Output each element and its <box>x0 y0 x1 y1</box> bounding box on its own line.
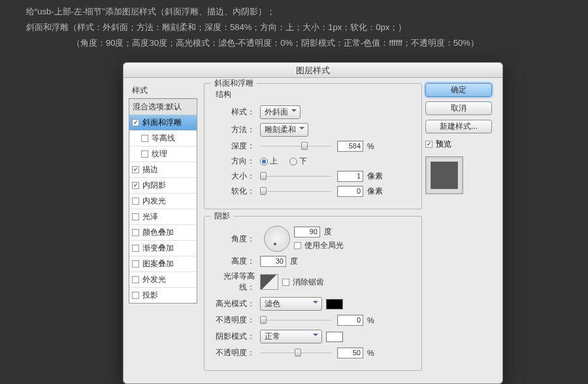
checkbox-icon[interactable] <box>132 198 139 205</box>
bevel-fieldset: 斜面和浮雕 结构 样式：外斜面 方法：雕刻柔和 深度：584% 方向：上下 大小… <box>204 83 422 209</box>
checkbox-icon[interactable] <box>132 213 139 220</box>
highlight-mode-select[interactable]: 滤色 <box>260 297 322 311</box>
checkbox-icon[interactable] <box>141 150 148 158</box>
checkbox-icon[interactable] <box>132 182 139 189</box>
sidebar-item[interactable]: 图案叠加 <box>129 256 197 272</box>
sidebar-item[interactable]: 颜色叠加 <box>129 225 197 241</box>
sidebar-item[interactable]: 投影 <box>129 288 197 303</box>
antialias-checkbox[interactable] <box>282 279 289 286</box>
sidebar-item[interactable]: 描边 <box>129 162 197 178</box>
ok-button[interactable]: 确定 <box>425 83 492 97</box>
depth-input[interactable]: 584 <box>337 141 363 152</box>
sidebar-item-label: 光泽 <box>142 211 158 222</box>
shading-fieldset: 阴影 角度： 90度 使用全局光 高度：30度 光泽等高线：消除锯齿 高光模式：… <box>204 216 422 371</box>
shadow-mode-select[interactable]: 正常 <box>260 330 322 343</box>
sidebar-item-label: 颜色叠加 <box>142 227 174 238</box>
sidebar-item-label: 渐变叠加 <box>142 243 174 254</box>
description-text: 给“usb-上部-左-细节”添加图层样式（斜面浮雕、描边、内阴影）； 斜面和浮雕… <box>0 0 588 51</box>
size-input[interactable]: 1 <box>337 171 363 182</box>
sidebar-item[interactable]: 渐变叠加 <box>129 241 197 256</box>
soften-input[interactable]: 0 <box>337 186 363 197</box>
checkbox-icon[interactable] <box>132 229 139 236</box>
checkbox-icon[interactable] <box>132 292 139 299</box>
structure-label: 结构 <box>212 89 414 100</box>
sh-opacity-slider[interactable] <box>260 348 332 358</box>
sidebar-item[interactable]: 内阴影 <box>129 178 197 194</box>
shadow-color-swatch[interactable] <box>326 332 343 342</box>
sidebar-item-label: 内阴影 <box>142 180 166 191</box>
sidebar-item-label: 斜面和浮雕 <box>142 117 182 128</box>
shading-legend: 阴影 <box>211 211 233 222</box>
sidebar-item-label: 图案叠加 <box>142 258 174 270</box>
bevel-legend: 斜面和浮雕 <box>211 78 257 89</box>
sidebar-item-label: 描边 <box>142 164 158 175</box>
depth-slider[interactable] <box>260 141 332 152</box>
sidebar-item[interactable]: 光泽 <box>129 209 197 225</box>
sidebar-item[interactable]: 内发光 <box>129 194 197 209</box>
hl-opacity-slider[interactable] <box>260 315 332 326</box>
sidebar-item[interactable]: 外发光 <box>129 272 197 288</box>
sh-opacity-input[interactable]: 50 <box>337 347 363 358</box>
altitude-input[interactable]: 30 <box>260 256 286 267</box>
sidebar-list: 混合选项:默认 斜面和浮雕等高线纹理描边内阴影内发光光泽颜色叠加渐变叠加图案叠加… <box>129 98 197 304</box>
global-light-checkbox[interactable] <box>294 242 301 249</box>
checkbox-icon[interactable] <box>132 166 139 173</box>
soften-slider[interactable] <box>260 186 332 197</box>
dir-up-radio[interactable] <box>260 158 268 166</box>
dir-down-radio[interactable] <box>289 158 297 166</box>
layer-style-dialog: 图层样式 样式 混合选项:默认 斜面和浮雕等高线纹理描边内阴影内发光光泽颜色叠加… <box>123 62 503 384</box>
angle-input[interactable]: 90 <box>294 226 320 237</box>
angle-dial[interactable] <box>264 226 290 252</box>
technique-select[interactable]: 雕刻柔和 <box>260 123 308 137</box>
sidebar-item-label: 等高线 <box>152 133 175 144</box>
checkbox-icon[interactable] <box>132 245 139 252</box>
highlight-color-swatch[interactable] <box>326 299 343 309</box>
checkbox-icon[interactable] <box>132 276 139 283</box>
sidebar-item-label: 外发光 <box>142 274 166 285</box>
dialog-title: 图层样式 <box>123 63 502 78</box>
settings-panel: 斜面和浮雕 结构 样式：外斜面 方法：雕刻柔和 深度：584% 方向：上下 大小… <box>197 83 422 377</box>
sidebar-item[interactable]: 纹理 <box>129 147 197 162</box>
sidebar-item-label: 投影 <box>142 290 158 301</box>
style-select[interactable]: 外斜面 <box>260 105 301 119</box>
right-panel: 确定 取消 新建样式... 预览 <box>422 83 497 377</box>
sidebar-item-label: 纹理 <box>152 148 167 160</box>
sidebar-item-label: 内发光 <box>142 196 166 207</box>
gloss-contour[interactable] <box>260 274 278 290</box>
checkbox-icon[interactable] <box>132 119 139 126</box>
preview-checkbox[interactable] <box>425 141 433 148</box>
preview-box <box>425 156 463 194</box>
sidebar-head: 样式 <box>129 83 197 98</box>
size-slider[interactable] <box>260 171 332 182</box>
blend-options[interactable]: 混合选项:默认 <box>129 99 197 115</box>
styles-sidebar: 样式 混合选项:默认 斜面和浮雕等高线纹理描边内阴影内发光光泽颜色叠加渐变叠加图… <box>129 83 197 377</box>
cancel-button[interactable]: 取消 <box>425 101 492 115</box>
checkbox-icon[interactable] <box>141 135 148 142</box>
checkbox-icon[interactable] <box>132 260 139 268</box>
sidebar-item[interactable]: 等高线 <box>129 131 197 147</box>
sidebar-item[interactable]: 斜面和浮雕 <box>129 115 197 131</box>
hl-opacity-input[interactable]: 0 <box>337 315 363 326</box>
new-style-button[interactable]: 新建样式... <box>425 120 492 133</box>
